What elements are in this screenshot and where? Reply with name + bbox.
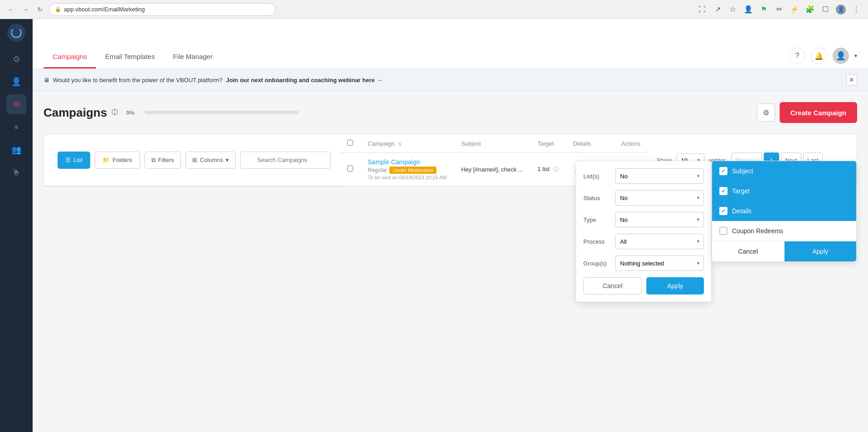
back-button[interactable]: ←: [5, 4, 16, 15]
notifications-button[interactable]: 🔔: [811, 48, 827, 64]
automation-icon: ≡: [15, 123, 18, 131]
column-item-details[interactable]: Details: [712, 201, 856, 221]
groups-filter-label: Group(s): [583, 260, 611, 267]
user-avatar[interactable]: 👤: [833, 48, 849, 64]
info-target-icon[interactable]: ⓘ: [553, 166, 558, 172]
contacts-icon: 👥: [11, 145, 21, 155]
type-filter-label: Type: [583, 216, 611, 223]
col-header-actions: Actions: [614, 134, 648, 153]
sidebar-item-users[interactable]: 👤: [6, 72, 26, 92]
banner-link[interactable]: Join our next onboarding and coaching we…: [226, 77, 383, 83]
select-all-checkbox[interactable]: [347, 140, 353, 146]
puzzle-icon[interactable]: 🧩: [804, 3, 816, 16]
progress-text: 0%: [126, 109, 135, 116]
tab-file-manager[interactable]: File Manager: [164, 46, 222, 69]
coupon-checkbox: [719, 227, 727, 235]
window-icon[interactable]: ☐: [819, 3, 832, 16]
sort-icon[interactable]: ⇅: [398, 142, 402, 147]
col-header-campaign: Campaign ⇅: [360, 134, 454, 153]
columns-chevron-icon: ▾: [226, 157, 229, 163]
filter-row-lists: List(s) No: [583, 168, 704, 184]
subject-checkbox: [719, 167, 727, 175]
column-item-target[interactable]: Target: [712, 181, 856, 201]
filters-panel: List(s) No Status No: [576, 161, 712, 302]
settings-button[interactable]: ⚙: [757, 103, 775, 122]
bolt-icon[interactable]: ⚡: [788, 3, 801, 16]
columns-cancel-button[interactable]: Cancel: [712, 241, 785, 261]
list-view-button[interactable]: ☰ List: [58, 152, 90, 169]
filter-row-type: Type No: [583, 212, 704, 227]
column-item-subject[interactable]: Subject: [712, 161, 856, 181]
forward-button[interactable]: →: [20, 4, 31, 15]
sidebar: ⊙ 👤 ✉ ≡ 👥 🖱: [0, 19, 33, 432]
col-header-target: Target: [530, 134, 566, 153]
search-input[interactable]: [240, 152, 331, 169]
tab-campaigns[interactable]: Campaigns: [44, 46, 96, 69]
nav-right: ? 🔔 👤 ▾: [789, 48, 857, 69]
sidebar-item-contacts[interactable]: 👥: [6, 140, 26, 160]
sidebar-logo[interactable]: [7, 24, 25, 42]
filter-apply-row: Cancel Apply: [583, 277, 704, 295]
reports-icon: 🖱: [12, 168, 20, 177]
row-checkbox[interactable]: [347, 166, 353, 172]
target-checkbox: [719, 187, 727, 195]
campaign-type: Regular Under Moderation: [368, 167, 446, 174]
app-container: ⊙ 👤 ✉ ≡ 👥 🖱 Campaigns Email Templates: [0, 19, 868, 432]
campaigns-container: ☰ List 📁 Folders ⧉ Filters ⊞ Columns: [44, 134, 857, 187]
columns-dropdown: Subject Target Details Coupon Redeems: [712, 161, 857, 262]
groups-filter-select[interactable]: Nothing selected: [615, 255, 704, 271]
columns-icon: ⊞: [192, 157, 197, 163]
columns-cancel-row: Cancel Apply: [712, 241, 856, 261]
process-filter-label: Process: [583, 238, 611, 245]
share-icon[interactable]: ↗: [711, 3, 724, 16]
profile-icon[interactable]: 👤: [742, 3, 755, 16]
filter-apply-button[interactable]: Apply: [646, 277, 704, 295]
banner-close-button[interactable]: ✕: [846, 74, 857, 85]
col-header-subject: Subject: [454, 134, 530, 153]
dashboard-icon: ⊙: [13, 54, 20, 64]
menu-icon[interactable]: ⋮: [850, 3, 863, 16]
sidebar-item-reports[interactable]: 🖱: [6, 162, 26, 182]
announcement-banner: 🖥 Would you like to benefit from the pow…: [33, 69, 868, 91]
screenshot-icon[interactable]: ⛶: [696, 3, 708, 16]
campaign-name-link[interactable]: Sample Campaign: [368, 158, 446, 166]
browser-toolbar-right: ⛶ ↗ ☆ 👤 ⚑ ✏ ⚡ 🧩 ☐ 👤 ⋮: [696, 3, 863, 16]
url-text: app.vbout.com/EmailMarketing: [64, 6, 145, 13]
process-filter-select[interactable]: All: [615, 234, 704, 249]
flag-icon[interactable]: ⚑: [757, 3, 770, 16]
list-filter-wrapper: No: [615, 168, 704, 184]
filters-button[interactable]: ⧉ Filters: [145, 152, 181, 169]
status-filter-select[interactable]: No: [615, 190, 704, 206]
status-badge: Under Moderation: [389, 167, 436, 174]
target-cell: 1 list ⓘ: [530, 153, 566, 186]
create-campaign-button[interactable]: Create Campaign: [780, 102, 857, 123]
type-filter-wrapper: No: [615, 212, 704, 227]
user-avatar-icon[interactable]: 👤: [834, 3, 847, 16]
sidebar-item-email[interactable]: ✉: [6, 94, 26, 114]
user-dropdown-button[interactable]: ▾: [854, 53, 857, 59]
list-filter-label: List(s): [583, 173, 611, 180]
folder-icon: 📁: [102, 157, 110, 163]
list-filter-select[interactable]: No: [615, 168, 704, 184]
search-wrapper: 🔍: [240, 152, 331, 169]
folders-view-button[interactable]: 📁 Folders: [95, 152, 140, 169]
type-filter-select[interactable]: No: [615, 212, 704, 227]
sidebar-item-automation[interactable]: ≡: [6, 117, 26, 137]
help-button[interactable]: ?: [789, 48, 805, 64]
filter-cancel-button[interactable]: Cancel: [583, 277, 642, 295]
info-icon[interactable]: ⓘ: [112, 108, 118, 117]
columns-apply-button[interactable]: Apply: [785, 241, 857, 261]
main-content: Campaigns Email Templates File Manager ?…: [33, 19, 868, 432]
table-toolbar: ☰ List 📁 Folders ⧉ Filters ⊞ Columns: [44, 134, 340, 186]
users-icon: 👤: [11, 77, 21, 87]
tab-email-templates[interactable]: Email Templates: [96, 46, 164, 69]
bookmark-icon[interactable]: ☆: [727, 3, 739, 16]
filter-row-process: Process All: [583, 234, 704, 249]
refresh-button[interactable]: ↻: [34, 4, 45, 15]
address-bar[interactable]: 🔒 app.vbout.com/EmailMarketing: [49, 3, 276, 16]
column-item-coupon[interactable]: Coupon Redeems: [712, 221, 856, 241]
columns-button[interactable]: ⊞ Columns ▾: [185, 152, 236, 169]
banner-monitor-icon: 🖥: [44, 77, 49, 83]
pen-icon[interactable]: ✏: [773, 3, 786, 16]
sidebar-item-dashboard[interactable]: ⊙: [6, 49, 26, 69]
